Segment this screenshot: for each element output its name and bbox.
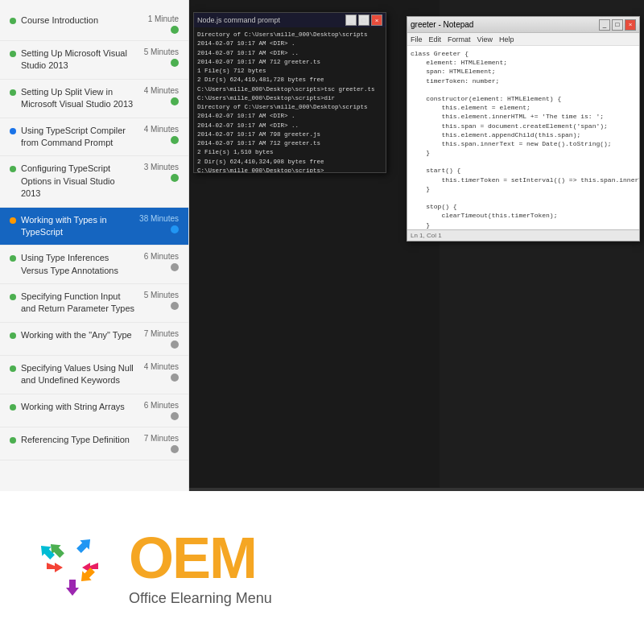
sidebar-item-type-inferences[interactable]: Using Type Inferences Versus Type Annota… xyxy=(0,246,188,284)
sidebar-item-dot-any-type xyxy=(171,341,179,349)
cmd-line: 2014-02-07 10:17 AM <DIR> .. xyxy=(197,49,382,58)
sidebar-item-dot-course-intro xyxy=(171,26,179,34)
notepad-code-line: } xyxy=(411,148,636,157)
cmd-line: 2 File(s) 1,510 bytes xyxy=(197,148,382,157)
cmd-line: C:\Users\mille_000\Desktop\scripts>dir xyxy=(197,94,382,103)
sidebar-item-function-input[interactable]: Specifying Function Input and Return Par… xyxy=(0,284,188,323)
notepad-menu-item[interactable]: Edit xyxy=(429,35,442,43)
sidebar-item-title-type-inferences: Using Type Inferences Versus Type Annota… xyxy=(21,252,135,277)
sidebar-item-title-config-options: Configuring TypeScript Options in Visual… xyxy=(21,163,135,200)
cmd-window-controls[interactable]: _ □ × xyxy=(345,14,382,26)
sidebar-item-title-working-types: Working with Types in TypeScript xyxy=(21,214,135,239)
svg-marker-1 xyxy=(74,535,94,555)
cmd-line: 2014-02-07 10:17 AM 712 greeter.ts xyxy=(197,139,382,148)
notepad-code-line: stop() { xyxy=(411,202,636,211)
sidebar-item-course-intro[interactable]: Course Introduction1 Minute xyxy=(0,8,188,41)
cmd-line: 2014-02-07 10:17 AM <DIR> . xyxy=(197,112,382,121)
notepad-maximize-btn[interactable]: □ xyxy=(612,19,623,31)
sidebar-item-dot-string-arrays xyxy=(171,412,179,420)
cmd-close-btn[interactable]: × xyxy=(371,14,382,26)
sidebar-item-indicator-split-view xyxy=(10,89,16,96)
notepad-controls[interactable]: _ □ × xyxy=(599,19,636,31)
notepad-code-line xyxy=(411,193,636,202)
screen-sim: Node.js command prompt _ □ × Directory o… xyxy=(189,0,644,488)
notepad-close-btn[interactable]: × xyxy=(625,19,636,31)
sidebar-item-duration-any-type: 7 Minutes xyxy=(144,329,179,338)
sidebar-item-duration-setup-vs-2013: 5 Minutes xyxy=(144,47,179,56)
sidebar-item-indicator-config-options xyxy=(10,166,16,172)
notepad-code-line: clearTimeout(this.timerToken); xyxy=(411,211,636,220)
video-area: Node.js command prompt _ □ × Directory o… xyxy=(189,0,644,491)
svg-marker-5 xyxy=(47,563,63,572)
sidebar-item-dot-setup-vs-2013 xyxy=(171,59,179,67)
notepad-code-line: this.timerToken = setInterval(() => this… xyxy=(411,175,636,184)
app-container: Course Introduction1 MinuteSetting Up Mi… xyxy=(0,0,644,644)
cmd-maximize-btn[interactable]: □ xyxy=(358,14,369,26)
sidebar-item-duration-working-types: 38 Minutes xyxy=(139,214,179,223)
course-sidebar[interactable]: Course Introduction1 MinuteSetting Up Mi… xyxy=(0,0,189,491)
sidebar-item-duration-config-options: 3 Minutes xyxy=(144,163,179,171)
sidebar-item-dot-split-view xyxy=(171,97,179,105)
cmd-line: 2014-02-07 10:17 AM <DIR> . xyxy=(197,39,382,48)
notepad-menu[interactable]: FileEditFormatViewHelp xyxy=(407,33,639,46)
sidebar-item-indicator-type-definition xyxy=(10,437,16,444)
cmd-line: 2 Dir(s) 624,419,481,728 bytes free xyxy=(197,76,382,85)
notepad-code-line: constructor(element: HTMLElement) { xyxy=(411,94,636,103)
sidebar-item-duration-course-intro: 1 Minute xyxy=(148,14,179,23)
sidebar-item-indicator-any-type xyxy=(10,332,16,339)
sidebar-item-any-type[interactable]: Working with the "Any" Type7 Minutes xyxy=(0,323,188,356)
cmd-line: 2 Dir(s) 624,410,324,908 bytes free xyxy=(197,158,382,167)
sidebar-item-dot-ts-compiler xyxy=(171,136,179,144)
notepad-code-line: this.element.appendChild(this.span); xyxy=(411,130,636,139)
notepad-window[interactable]: greeter - Notepad _ □ × FileEditFormatVi… xyxy=(407,16,640,242)
sidebar-item-duration-function-input: 5 Minutes xyxy=(144,291,179,299)
sidebar-item-working-types[interactable]: Working with Types in TypeScript38 Minut… xyxy=(0,208,188,246)
notepad-code-line xyxy=(411,85,636,94)
notepad-code-line: this.element.innerHTML += 'The time is: … xyxy=(411,112,636,121)
cmd-title: Node.js command prompt xyxy=(197,16,280,24)
cmd-line: 2014-02-07 10:17 AM <DIR> .. xyxy=(197,122,382,130)
sidebar-item-title-split-view: Setting Up Split View in Microsoft Visua… xyxy=(21,86,135,111)
notepad-code-line: this.span.innerText = new Date().toStrin… xyxy=(411,139,636,148)
svg-marker-4 xyxy=(66,580,79,596)
sidebar-item-indicator-ts-compiler xyxy=(10,128,16,134)
notepad-code-line: span: HTMLElement; xyxy=(411,67,636,76)
sidebar-item-duration-string-arrays: 6 Minutes xyxy=(144,401,179,410)
sidebar-item-title-string-arrays: Working with String Arrays xyxy=(21,401,135,413)
sidebar-item-indicator-setup-vs-2013 xyxy=(10,51,16,57)
sidebar-item-null-undefined[interactable]: Specifying Values Using Null and Undefin… xyxy=(0,356,188,394)
notepad-minimize-btn[interactable]: _ xyxy=(599,19,610,31)
notepad-menu-item[interactable]: File xyxy=(411,35,423,43)
cmd-window[interactable]: Node.js command prompt _ □ × Directory o… xyxy=(193,12,386,173)
notepad-menu-item[interactable]: View xyxy=(477,35,493,43)
oem-section: OEM Office Elearning Menu xyxy=(0,491,644,644)
sidebar-item-type-definition[interactable]: Referencing Type Definition7 Minutes xyxy=(0,427,188,460)
notepad-code-line: class Greeter { xyxy=(411,49,636,58)
notepad-menu-item[interactable]: Help xyxy=(499,35,514,43)
notepad-menu-item[interactable]: Format xyxy=(448,35,471,43)
notepad-title: greeter - Notepad xyxy=(411,20,473,29)
cmd-line: 2014-02-07 10:17 AM 798 greeter.js xyxy=(197,130,382,139)
sidebar-item-ts-compiler[interactable]: Using TypeScript Compiler from Command P… xyxy=(0,118,188,157)
notepad-code-line: } xyxy=(411,221,636,229)
sidebar-item-string-arrays[interactable]: Working with String Arrays6 Minutes xyxy=(0,394,188,427)
sidebar-item-title-course-intro: Course Introduction xyxy=(21,14,135,27)
notepad-code-line: element: HTMLElement; xyxy=(411,58,636,67)
sidebar-item-indicator-function-input xyxy=(10,294,16,300)
notepad-code-line: } xyxy=(411,184,636,193)
sidebar-item-title-ts-compiler: Using TypeScript Compiler from Command P… xyxy=(21,125,135,150)
sidebar-item-setup-vs-2013[interactable]: Setting Up Microsoft Visual Studio 20135… xyxy=(0,41,188,80)
sidebar-item-title-type-definition: Referencing Type Definition xyxy=(21,434,135,446)
oem-text-group: OEM Office Elearning Menu xyxy=(129,529,272,607)
sidebar-item-title-null-undefined: Specifying Values Using Null and Undefin… xyxy=(21,362,135,387)
cmd-minimize-btn[interactable]: _ xyxy=(345,14,357,26)
cmd-line: 2014-02-07 10:17 AM 712 greeter.ts xyxy=(197,58,382,67)
cmd-content: Directory of C:\Users\mille_000\Desktop\… xyxy=(194,27,386,172)
sidebar-item-dot-null-undefined xyxy=(171,374,179,382)
sidebar-item-dot-working-types xyxy=(171,225,179,233)
sidebar-item-indicator-course-intro xyxy=(10,18,16,24)
sidebar-item-split-view[interactable]: Setting Up Split View in Microsoft Visua… xyxy=(0,80,188,118)
notepad-editor[interactable]: class Greeter { element: HTMLElement; sp… xyxy=(407,46,639,241)
sidebar-item-config-options[interactable]: Configuring TypeScript Options in Visual… xyxy=(0,156,188,207)
oem-arrows-logo xyxy=(32,527,113,608)
